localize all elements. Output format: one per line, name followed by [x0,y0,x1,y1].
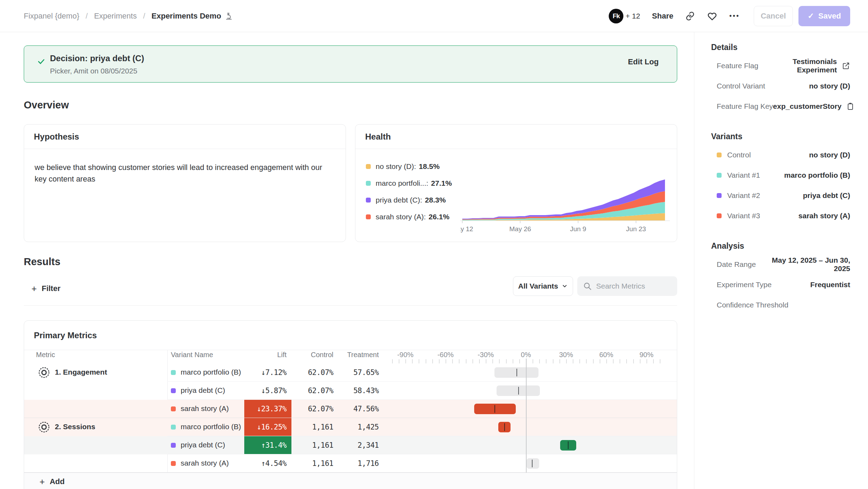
metric-target-icon [38,421,50,434]
legend-label: marco portfoli...: [376,179,428,187]
share-button[interactable]: Share [652,12,673,21]
axis-minor-tick [586,359,587,363]
legend-label: no story (D): [376,162,416,171]
x-axis-label: Jun 23 [626,225,646,233]
plus-icon: + [31,284,37,293]
axis-minor-tick [640,359,641,363]
axis-minor-tick [660,359,660,363]
axis-minor-tick [506,359,507,363]
external-link-icon[interactable] [842,62,850,70]
analysis-rows: Date RangeMay 12, 2025 – Jun 30, 2025Exp… [711,254,850,315]
check-icon: ✓ [808,12,814,21]
axis-label: 60% [599,351,613,359]
axis-label: -60% [437,351,454,359]
legend-value: 18.5% [419,162,440,171]
health-title: Health [355,125,677,149]
treatment-value: 2,341 [337,436,379,454]
table-row[interactable]: 1. Engagementmarco portfolio (B)↓7.12%62… [24,363,677,382]
axis-minor-tick [459,359,460,363]
axis-minor-tick [499,359,500,363]
sidebar-row: Controlno story (D) [711,145,850,165]
treatment-value: 1,425 [337,418,379,436]
details-sidebar: Details Feature FlagTestimonials Experim… [694,32,868,489]
legend-swatch [366,198,371,203]
variants-filter-label: All Variants [518,282,558,290]
search-metrics-input[interactable] [596,276,673,296]
hypothesis-text: we believe that showing customer stories… [24,149,339,197]
col-header-lift: Lift [244,351,291,359]
table-row[interactable]: priya debt (C)↓5.87%62.07%58.43% [24,382,677,400]
cancel-button[interactable]: Cancel [754,6,793,26]
more-options-button[interactable]: ••• [729,12,740,20]
variant-name: priya debt (C) [181,386,225,395]
variants-filter-dropdown[interactable]: All Variants [513,276,573,296]
axis-minor-tick [646,359,647,363]
table-row[interactable]: sarah story (A)↑4.54%1,1611,716 [24,454,677,473]
sidebar-row-label: Experiment Type [717,281,772,289]
axis-minor-tick [573,359,573,363]
confidence-interval-cell [386,382,675,400]
legend-label: sarah story (A): [376,213,426,221]
variant-name: priya debt (C) [181,441,225,449]
variant-swatch [717,173,722,178]
axis-minor-tick [405,359,406,363]
add-metric-button[interactable]: + Add [39,477,65,486]
avatar[interactable]: Fk [609,9,623,23]
x-axis-label: May 26 [509,225,531,233]
breadcrumb-experiments[interactable]: Experiments [94,12,137,21]
lift-value: ↓7.12% [244,363,291,382]
axis-minor-tick [519,359,520,363]
axis-minor-tick [633,359,634,363]
microscope-icon [225,12,233,20]
sidebar-row-label: Feature Flag [717,62,758,70]
edit-log-button[interactable]: Edit Log [628,57,659,66]
axis-minor-tick [600,359,600,363]
sidebar-row-value: priya debt (C) [803,191,850,200]
search-icon [583,282,592,291]
variant-swatch [171,388,176,393]
treatment-value: 57.65% [337,363,379,382]
confidence-interval-cell [386,400,675,418]
control-value: 1,161 [295,436,333,454]
saved-button[interactable]: ✓ Saved [798,6,850,26]
collaborators-count[interactable]: + 12 [625,12,640,20]
ci-point-marker [494,405,495,413]
analysis-section-title: Analysis [711,241,850,251]
primary-metrics-card: Primary Metrics Metric Variant Name Lift… [24,320,677,489]
axis-minor-tick [613,359,614,363]
axis-minor-tick [606,359,607,363]
legend-value: 28.3% [425,196,446,204]
health-legend-item: no story (D):18.5% [366,160,440,173]
variant-name: sarah story (A) [181,404,229,413]
decision-subtitle: Picker, Amit on 08/05/2025 [50,67,137,75]
filter-label: Filter [42,284,60,293]
add-filter-button[interactable]: + Filter [31,279,60,298]
variant-name: sarah story (A) [181,459,229,467]
favorite-button[interactable] [707,11,717,21]
table-row[interactable]: priya debt (C)↑31.4%1,1612,341 [24,436,677,454]
sidebar-row-value: no story (D) [809,82,850,90]
metric-name[interactable]: 2. Sessions [55,423,95,431]
axis-minor-tick [579,359,580,363]
table-row[interactable]: sarah story (A)↓23.37%62.07%47.56% [24,400,677,418]
copy-link-button[interactable] [685,11,695,21]
sidebar-row-value: no story (D) [809,151,850,159]
axis-minor-tick [653,359,654,363]
breadcrumb-project[interactable]: Fixpanel {demo} [24,12,79,21]
top-bar: Fixpanel {demo} / Experiments / Experime… [0,0,868,32]
sidebar-row-value: sarah story (A) [798,212,850,220]
table-row[interactable]: 2. Sessionsmarco portfolio (B)↓16.25%1,1… [24,418,677,436]
legend-swatch [366,164,371,169]
chevron-down-icon [562,283,568,289]
lift-value: ↓23.37% [244,400,291,418]
overview-heading: Overview [24,99,69,111]
results-divider [24,305,677,306]
col-header-control: Control [295,351,333,359]
axis-minor-tick [392,359,393,363]
lift-value: ↓16.25% [244,418,291,436]
confidence-interval-cell [386,363,675,382]
lift-value: ↑31.4% [244,436,291,454]
copy-icon[interactable] [846,102,855,111]
control-value: 62.07% [295,363,333,382]
metric-name[interactable]: 1. Engagement [55,368,107,376]
